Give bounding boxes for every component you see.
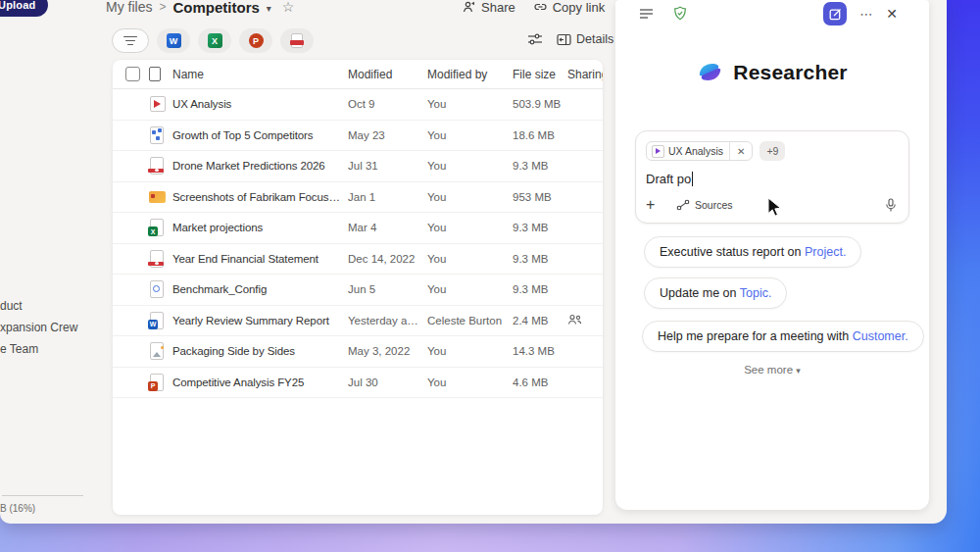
- word-filter-pill[interactable]: W: [157, 28, 190, 53]
- file-name[interactable]: Yearly Review Summary Report: [172, 315, 348, 326]
- researcher-logo-icon: [697, 59, 723, 85]
- details-pane-icon: [557, 33, 571, 46]
- file-name[interactable]: Market projections: [172, 222, 348, 233]
- see-more-label: See more: [744, 364, 793, 376]
- file-name[interactable]: Packaging Side by Sides: [172, 345, 348, 357]
- powerpoint-filter-pill[interactable]: P: [239, 28, 272, 53]
- suggestion-executive-status[interactable]: Executive status report on Project.: [644, 236, 861, 268]
- table-row[interactable]: Year End Financial Statement Dec 14, 202…: [113, 244, 603, 276]
- excel-file-icon: X: [149, 218, 167, 237]
- file-table-body: UX Analysis Oct 9 You 503.9 MB Growth of…: [113, 89, 603, 398]
- sidebar-item[interactable]: xpansion Crew: [0, 321, 77, 334]
- chip-remove-icon[interactable]: ✕: [730, 146, 752, 157]
- file-name[interactable]: Benchmark_Config: [172, 283, 348, 295]
- breadcrumb-my-files[interactable]: My files: [106, 0, 152, 15]
- table-row[interactable]: Packaging Side by Sides May 3, 2022 You …: [113, 336, 603, 368]
- table-row[interactable]: P Competitive Analysis FY25 Jul 30 You 4…: [113, 368, 603, 399]
- file-name[interactable]: Competitive Analysis FY25: [172, 376, 348, 388]
- attachment-chip-label: UX Analysis: [668, 145, 729, 157]
- column-header-modified[interactable]: Modified: [348, 68, 427, 81]
- table-row[interactable]: Benchmark_Config Jun 5 You 9.3 MB: [113, 275, 603, 306]
- file-name[interactable]: Growth of Top 5 Competitors: [172, 129, 348, 141]
- shield-check-icon[interactable]: [673, 6, 687, 21]
- file-type-column-icon[interactable]: [149, 67, 161, 81]
- column-header-file-size[interactable]: File size: [513, 68, 567, 81]
- share-label: Share: [481, 0, 515, 15]
- sources-label: Sources: [695, 199, 733, 211]
- pdf-filter-pill[interactable]: [280, 28, 314, 53]
- breadcrumb-current-folder[interactable]: Competitors: [172, 0, 259, 16]
- table-header: Name Modified Modified by File size Shar…: [113, 60, 603, 89]
- table-row[interactable]: X Market projections Mar 4 You 9.3 MB: [113, 213, 603, 244]
- share-button[interactable]: Share: [463, 0, 515, 15]
- table-row[interactable]: W Yearly Review Summary Report Yesterday…: [113, 306, 603, 337]
- suggestion-meeting-prep[interactable]: Help me prepare for a meeting with Custo…: [642, 321, 924, 352]
- file-size: 503.9 MB: [513, 98, 567, 110]
- file-modified-by: You: [427, 129, 513, 141]
- file-size: 2.4 MB: [513, 315, 567, 326]
- table-row[interactable]: UX Analysis Oct 9 You 503.9 MB: [113, 89, 603, 121]
- sources-button[interactable]: Sources: [676, 199, 733, 211]
- table-row[interactable]: Drone Market Predictions 2026 Jul 31 You…: [113, 151, 603, 182]
- file-modified: Jun 5: [348, 283, 427, 295]
- file-size: 953 MB: [513, 191, 567, 203]
- shared-people-icon: [567, 314, 582, 326]
- file-modified: Jul 30: [348, 376, 427, 388]
- file-size: 4.6 MB: [513, 376, 567, 388]
- prompt-input[interactable]: Draft po: [646, 172, 899, 186]
- select-all-checkbox[interactable]: [125, 67, 140, 81]
- file-modified: Jul 31: [348, 160, 427, 172]
- column-header-sharing[interactable]: Sharing: [567, 68, 603, 81]
- microphone-button[interactable]: [885, 198, 897, 213]
- attachment-chip-row: UX Analysis ✕ +9: [646, 141, 899, 161]
- file-modified-by: You: [427, 283, 513, 295]
- excel-icon: X: [208, 33, 222, 48]
- chat-list-icon[interactable]: [639, 8, 654, 20]
- file-name[interactable]: Drone Market Predictions 2026: [172, 160, 348, 172]
- pdf-icon: [291, 33, 303, 48]
- panel-close-button[interactable]: ✕: [886, 6, 898, 22]
- new-chat-button[interactable]: [823, 2, 847, 25]
- excel-filter-pill[interactable]: X: [198, 28, 231, 53]
- mouse-cursor: [767, 197, 782, 218]
- see-more-button[interactable]: See more ▾: [615, 364, 929, 376]
- more-attachments-badge[interactable]: +9: [760, 141, 785, 161]
- panel-more-button[interactable]: ⋯: [859, 7, 873, 22]
- filter-lines-icon: [123, 36, 137, 46]
- column-header-modified-by[interactable]: Modified by: [427, 68, 513, 81]
- sidebar-item[interactable]: duct: [0, 299, 23, 313]
- file-name[interactable]: UX Analysis: [172, 98, 348, 110]
- pdf-file-icon: [149, 249, 167, 269]
- desktop-wallpaper-right-strip: [941, 0, 980, 471]
- copy-link-button[interactable]: Copy link: [533, 0, 605, 15]
- file-modified-by: You: [427, 253, 513, 265]
- word-file-icon: W: [149, 311, 167, 330]
- link-icon: [533, 0, 548, 14]
- command-bar: Share Copy link ⋯: [463, 0, 637, 16]
- sort-filter-sliders-icon[interactable]: [527, 32, 543, 46]
- file-size: 9.3 MB: [513, 283, 567, 295]
- table-row[interactable]: Growth of Top 5 Competitors May 23 You 1…: [113, 121, 603, 152]
- file-modified: Oct 9: [348, 98, 427, 110]
- file-name[interactable]: Screenshots of Fabrikam Focus App: [172, 191, 348, 203]
- favorite-star-icon[interactable]: ☆: [282, 0, 295, 15]
- compose-icon: [829, 8, 842, 21]
- upload-button[interactable]: Upload: [0, 0, 48, 17]
- breadcrumb: My files > Competitors ▾ ☆: [106, 0, 294, 17]
- sidebar-item[interactable]: e Team: [0, 342, 38, 356]
- chevron-down-icon: ▾: [796, 366, 801, 376]
- filter-filter-pill[interactable]: [112, 28, 149, 53]
- view-actions: Details: [527, 32, 613, 46]
- file-modified: Jan 1: [348, 191, 427, 203]
- suggestion-update-me[interactable]: Update me on Topic.: [644, 277, 787, 309]
- file-name[interactable]: Year End Financial Statement: [172, 253, 348, 265]
- details-button[interactable]: Details: [557, 32, 613, 46]
- table-row[interactable]: Screenshots of Fabrikam Focus App Jan 1 …: [113, 182, 603, 214]
- file-modified: May 23: [348, 129, 427, 141]
- column-header-name[interactable]: Name: [172, 68, 348, 81]
- video-file-icon: [149, 94, 167, 114]
- attachment-chip-ux-analysis[interactable]: UX Analysis ✕: [646, 141, 753, 161]
- researcher-title: Researcher: [733, 61, 847, 84]
- chevron-down-icon[interactable]: ▾: [267, 3, 271, 14]
- add-attachment-button[interactable]: +: [646, 196, 663, 214]
